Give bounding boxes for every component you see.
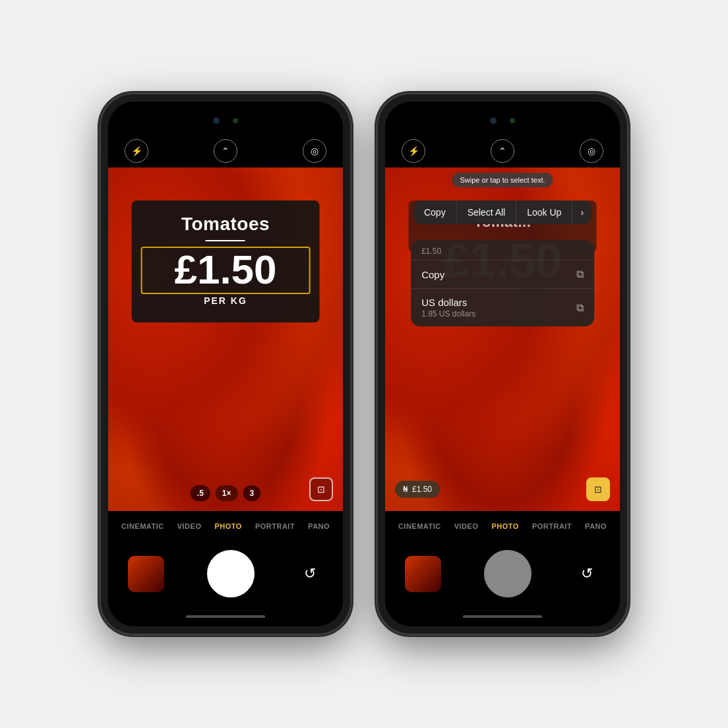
rotate-icon-right: ↺ [581, 565, 593, 582]
select-all-context-button[interactable]: Select All [457, 200, 517, 224]
camera-modes-right: CINEMATIC VIDEO PHOTO PORTRAIT PANO [385, 511, 620, 541]
mode-pano-left[interactable]: PANO [308, 522, 330, 530]
price-sign-left: Tomatoes £1.50 PER KG [132, 200, 320, 322]
home-bar-left [186, 615, 265, 618]
usd-copy-icon: ⧉ [576, 302, 584, 314]
flash-icon-right: ⚡ [408, 146, 419, 156]
live-text-icon-left: ⊡ [317, 484, 325, 495]
flip-icon-left: ⌃ [222, 146, 229, 156]
zoom-3x-left[interactable]: 3 [243, 485, 261, 501]
shutter-button-right[interactable] [484, 550, 531, 597]
gallery-thumbnail-right[interactable] [405, 556, 441, 592]
sign-title-left: Tomatoes [142, 214, 310, 235]
flash-button-left[interactable]: ⚡ [125, 139, 148, 163]
zoom-controls-left: .5 1× 3 [191, 485, 260, 501]
copy-context-button[interactable]: Copy [413, 200, 457, 224]
settings-icon-left: ◎ [311, 146, 318, 156]
mode-photo-left[interactable]: PHOTO [214, 522, 241, 530]
more-context-button[interactable]: › [572, 200, 592, 224]
rotate-button-right[interactable]: ↺ [574, 561, 600, 587]
dropdown-header: £1.50 [411, 240, 594, 260]
flip-button-left[interactable]: ⌃ [214, 139, 237, 163]
camera-dot-right [510, 118, 515, 123]
dropdown-copy-item[interactable]: Copy ⧉ [411, 260, 594, 288]
context-menu: Copy Select All Look Up › [413, 200, 592, 224]
dynamic-island-right [463, 109, 542, 132]
sensor-left [213, 117, 220, 124]
sign-underline-left [206, 240, 245, 241]
live-text-bar: ₦ £1.50 ⊡ [395, 477, 610, 501]
settings-button-right[interactable]: ◎ [580, 139, 603, 163]
dropdown-usd-label: US dollars [421, 297, 475, 308]
shutter-bar-right: ↺ [385, 541, 620, 607]
rotate-button-left[interactable]: ↺ [297, 561, 323, 587]
currency-badge[interactable]: ₦ £1.50 [395, 481, 440, 498]
look-up-context-button[interactable]: Look Up [516, 200, 572, 224]
mode-cinematic-right[interactable]: CINEMATIC [398, 522, 441, 530]
mode-portrait-right[interactable]: PORTRAIT [532, 522, 572, 530]
camera-controls-right: ⚡ ⌃ ◎ [385, 135, 620, 167]
settings-button-left[interactable]: ◎ [303, 139, 326, 163]
viewfinder-left: Tomatoes £1.50 PER KG .5 1× 3 [108, 167, 343, 511]
sign-unit-left: PER KG [142, 295, 310, 306]
home-bar-right [463, 615, 542, 618]
camera-modes-left: CINEMATIC VIDEO PHOTO PORTRAIT PANO [108, 511, 343, 541]
dynamic-island-left [186, 109, 265, 132]
right-phone: ⚡ ⌃ ◎ Swipe or tap to select text. Tomat… [377, 94, 628, 634]
gallery-thumbnail-left[interactable] [128, 556, 164, 592]
home-indicator-right [385, 607, 620, 626]
flash-icon-left: ⚡ [131, 146, 142, 156]
flip-icon-right: ⌃ [499, 146, 506, 156]
camera-controls-left: ⚡ ⌃ ◎ [108, 135, 343, 167]
status-bar-right [385, 102, 620, 135]
viewfinder-right: Swipe or tap to select text. Tomat... Co… [385, 167, 620, 511]
mode-pano-right[interactable]: PANO [585, 522, 607, 530]
shutter-bar-left: ↺ [108, 541, 343, 607]
dropdown-usd-item[interactable]: US dollars 1.85 US dollars ⧉ [411, 288, 594, 326]
dropdown-panel: £1.50 Copy ⧉ US dollars 1.85 US dollars … [411, 240, 594, 326]
currency-value: £1.50 [412, 485, 432, 494]
flash-button-right[interactable]: ⚡ [402, 139, 425, 163]
dropdown-usd-sublabel: 1.85 US dollars [421, 309, 475, 318]
left-phone: ⚡ ⌃ ◎ Tomatoes £1.50 PER KG [100, 94, 351, 634]
mode-video-left[interactable]: VIDEO [177, 522, 202, 530]
currency-icon: ₦ [403, 485, 408, 494]
zoom-1x-left[interactable]: 1× [216, 485, 238, 501]
home-indicator-left [108, 607, 343, 626]
mode-cinematic-left[interactable]: CINEMATIC [121, 522, 164, 530]
live-text-button-right[interactable]: ⊡ [586, 477, 610, 501]
flip-button-right[interactable]: ⌃ [491, 139, 514, 163]
mode-video-right[interactable]: VIDEO [454, 522, 479, 530]
camera-dot-left [233, 118, 238, 123]
dropdown-copy-label: Copy [421, 269, 444, 280]
swipe-hint: Swipe or tap to select text. [452, 173, 553, 187]
mode-portrait-left[interactable]: PORTRAIT [255, 522, 295, 530]
sensor-right [490, 117, 497, 124]
rotate-icon-left: ↺ [304, 565, 316, 582]
live-text-button-left[interactable]: ⊡ [309, 477, 333, 501]
status-bar-left [108, 102, 343, 135]
live-text-icon-right: ⊡ [594, 484, 602, 495]
copy-icon: ⧉ [576, 268, 584, 280]
settings-icon-right: ◎ [588, 146, 595, 156]
zoom-half-left[interactable]: .5 [191, 485, 210, 501]
shutter-button-left[interactable] [207, 550, 255, 597]
mode-photo-right[interactable]: PHOTO [491, 522, 518, 530]
sign-price-left: £1.50 [142, 249, 310, 290]
